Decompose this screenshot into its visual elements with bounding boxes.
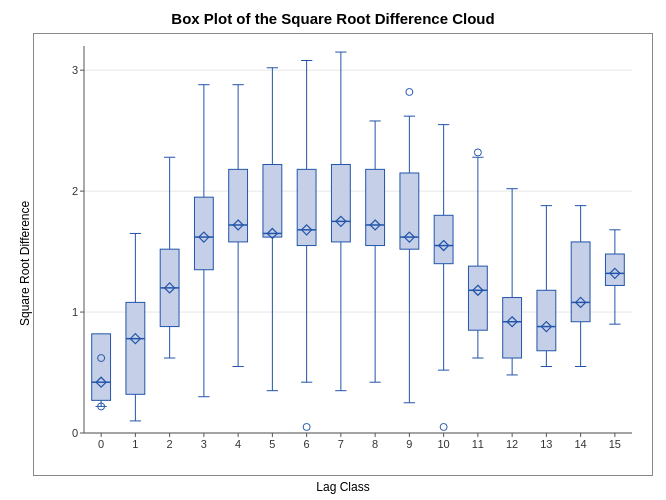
svg-text:14: 14: [575, 438, 587, 450]
chart-container: Box Plot of the Square Root Difference C…: [13, 10, 653, 490]
svg-point-135: [474, 149, 481, 156]
svg-rect-132: [468, 266, 487, 330]
svg-text:3: 3: [201, 438, 207, 450]
chart-body: Square Root Difference 01230123456789101…: [13, 33, 653, 494]
svg-text:2: 2: [167, 438, 173, 450]
svg-rect-73: [194, 197, 213, 270]
svg-rect-161: [605, 254, 624, 285]
svg-rect-59: [126, 302, 145, 394]
svg-text:11: 11: [472, 438, 484, 450]
svg-rect-87: [263, 165, 282, 238]
plot-area-wrapper: 01230123456789101112131415 Lag Class: [33, 33, 653, 494]
svg-text:0: 0: [72, 427, 78, 439]
svg-point-97: [303, 423, 310, 430]
plot-svg: 01230123456789101112131415: [34, 34, 652, 475]
svg-text:15: 15: [609, 438, 621, 450]
svg-rect-154: [571, 242, 590, 322]
svg-text:8: 8: [372, 438, 378, 450]
svg-rect-102: [331, 165, 350, 242]
svg-text:7: 7: [338, 438, 344, 450]
svg-rect-124: [434, 215, 453, 263]
svg-point-119: [406, 88, 413, 95]
svg-point-127: [440, 423, 447, 430]
svg-text:13: 13: [540, 438, 552, 450]
x-axis-label: Lag Class: [33, 476, 653, 494]
svg-text:9: 9: [406, 438, 412, 450]
svg-text:4: 4: [235, 438, 241, 450]
svg-text:1: 1: [132, 438, 138, 450]
svg-rect-109: [366, 169, 385, 245]
svg-text:6: 6: [304, 438, 310, 450]
svg-text:2: 2: [72, 185, 78, 197]
svg-rect-140: [503, 298, 522, 358]
svg-rect-80: [229, 169, 248, 242]
svg-rect-50: [92, 334, 111, 401]
plot-area: 01230123456789101112131415: [33, 33, 653, 476]
svg-text:12: 12: [506, 438, 518, 450]
svg-rect-147: [537, 290, 556, 350]
svg-text:0: 0: [98, 438, 104, 450]
svg-text:5: 5: [269, 438, 275, 450]
svg-text:10: 10: [438, 438, 450, 450]
y-axis-label: Square Root Difference: [13, 33, 33, 494]
svg-text:1: 1: [72, 306, 78, 318]
chart-title: Box Plot of the Square Root Difference C…: [171, 10, 494, 27]
svg-text:3: 3: [72, 64, 78, 76]
